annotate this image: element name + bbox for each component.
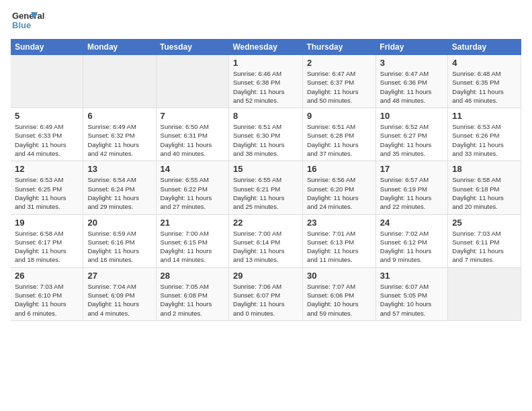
weekday-header-wednesday: Wednesday	[228, 39, 302, 55]
day-info: Sunrise: 6:47 AM Sunset: 6:36 PM Dayligh…	[380, 69, 443, 105]
day-number: 11	[452, 111, 517, 121]
day-number: 4	[452, 58, 517, 68]
calendar-cell: 25Sunrise: 7:03 AM Sunset: 6:11 PM Dayli…	[448, 214, 521, 267]
day-info: Sunrise: 6:53 AM Sunset: 6:25 PM Dayligh…	[15, 175, 79, 211]
day-info: Sunrise: 7:06 AM Sunset: 6:07 PM Dayligh…	[233, 282, 298, 318]
day-number: 25	[452, 218, 517, 228]
day-number: 8	[233, 111, 298, 121]
day-info: Sunrise: 6:56 AM Sunset: 6:20 PM Dayligh…	[307, 175, 371, 211]
day-number: 21	[161, 218, 224, 228]
svg-text:Blue: Blue	[12, 20, 31, 30]
weekday-header-monday: Monday	[83, 39, 156, 55]
calendar-cell: 31Sunrise: 6:07 AM Sunset: 5:05 PM Dayli…	[375, 267, 447, 320]
day-number: 17	[380, 164, 443, 174]
weekday-header-thursday: Thursday	[302, 39, 375, 55]
calendar-cell: 7Sunrise: 6:50 AM Sunset: 6:31 PM Daylig…	[156, 108, 228, 161]
page-container: General Blue SundayMondayTuesdayWednesda…	[0, 0, 532, 328]
weekday-header-tuesday: Tuesday	[156, 39, 228, 55]
day-number: 22	[233, 218, 298, 228]
calendar-cell	[448, 267, 521, 320]
svg-text:General: General	[12, 11, 44, 21]
calendar-cell	[83, 55, 156, 108]
day-info: Sunrise: 6:48 AM Sunset: 6:35 PM Dayligh…	[452, 69, 517, 105]
calendar-cell: 28Sunrise: 7:05 AM Sunset: 6:08 PM Dayli…	[156, 267, 228, 320]
day-number: 12	[15, 164, 79, 174]
day-info: Sunrise: 6:58 AM Sunset: 6:17 PM Dayligh…	[15, 229, 79, 265]
day-info: Sunrise: 6:07 AM Sunset: 5:05 PM Dayligh…	[380, 282, 443, 318]
day-number: 31	[380, 271, 443, 281]
day-info: Sunrise: 6:57 AM Sunset: 6:19 PM Dayligh…	[380, 175, 443, 211]
calendar-cell: 1Sunrise: 6:46 AM Sunset: 6:38 PM Daylig…	[228, 55, 302, 108]
day-info: Sunrise: 6:49 AM Sunset: 6:32 PM Dayligh…	[87, 122, 151, 158]
day-number: 24	[380, 218, 443, 228]
calendar-week-row: 5Sunrise: 6:49 AM Sunset: 6:33 PM Daylig…	[11, 108, 521, 161]
calendar-cell: 29Sunrise: 7:06 AM Sunset: 6:07 PM Dayli…	[228, 267, 302, 320]
day-number: 5	[15, 111, 79, 121]
calendar-cell: 14Sunrise: 6:55 AM Sunset: 6:22 PM Dayli…	[156, 161, 228, 214]
day-info: Sunrise: 7:03 AM Sunset: 6:11 PM Dayligh…	[452, 229, 517, 265]
calendar-week-row: 19Sunrise: 6:58 AM Sunset: 6:17 PM Dayli…	[11, 214, 521, 267]
calendar-cell: 21Sunrise: 7:00 AM Sunset: 6:15 PM Dayli…	[156, 214, 228, 267]
day-info: Sunrise: 7:00 AM Sunset: 6:15 PM Dayligh…	[161, 229, 224, 265]
day-info: Sunrise: 6:59 AM Sunset: 6:16 PM Dayligh…	[87, 229, 151, 265]
calendar-week-row: 12Sunrise: 6:53 AM Sunset: 6:25 PM Dayli…	[11, 161, 521, 214]
day-number: 16	[307, 164, 371, 174]
calendar-cell: 9Sunrise: 6:51 AM Sunset: 6:28 PM Daylig…	[302, 108, 375, 161]
day-info: Sunrise: 7:04 AM Sunset: 6:09 PM Dayligh…	[87, 282, 151, 318]
calendar-cell: 17Sunrise: 6:57 AM Sunset: 6:19 PM Dayli…	[375, 161, 447, 214]
day-info: Sunrise: 7:00 AM Sunset: 6:14 PM Dayligh…	[233, 229, 298, 265]
calendar-cell: 2Sunrise: 6:47 AM Sunset: 6:37 PM Daylig…	[302, 55, 375, 108]
day-number: 6	[87, 111, 151, 121]
day-number: 26	[15, 271, 79, 281]
calendar-cell: 12Sunrise: 6:53 AM Sunset: 6:25 PM Dayli…	[11, 161, 83, 214]
day-number: 2	[307, 58, 371, 68]
day-number: 18	[452, 164, 517, 174]
day-number: 23	[307, 218, 371, 228]
day-info: Sunrise: 6:53 AM Sunset: 6:26 PM Dayligh…	[452, 122, 517, 158]
day-info: Sunrise: 6:51 AM Sunset: 6:28 PM Dayligh…	[307, 122, 371, 158]
day-number: 14	[161, 164, 224, 174]
day-number: 15	[233, 164, 298, 174]
calendar-table: SundayMondayTuesdayWednesdayThursdayFrid…	[11, 39, 521, 321]
calendar-cell: 23Sunrise: 7:01 AM Sunset: 6:13 PM Dayli…	[302, 214, 375, 267]
calendar-cell: 20Sunrise: 6:59 AM Sunset: 6:16 PM Dayli…	[83, 214, 156, 267]
calendar-cell: 27Sunrise: 7:04 AM Sunset: 6:09 PM Dayli…	[83, 267, 156, 320]
calendar-cell: 11Sunrise: 6:53 AM Sunset: 6:26 PM Dayli…	[448, 108, 521, 161]
day-number: 19	[15, 218, 79, 228]
day-info: Sunrise: 6:55 AM Sunset: 6:22 PM Dayligh…	[161, 175, 224, 211]
day-number: 27	[87, 271, 151, 281]
logo: General Blue	[11, 7, 64, 34]
calendar-cell: 19Sunrise: 6:58 AM Sunset: 6:17 PM Dayli…	[11, 214, 83, 267]
day-info: Sunrise: 6:52 AM Sunset: 6:27 PM Dayligh…	[380, 122, 443, 158]
calendar-cell: 15Sunrise: 6:55 AM Sunset: 6:21 PM Dayli…	[228, 161, 302, 214]
calendar-cell: 22Sunrise: 7:00 AM Sunset: 6:14 PM Dayli…	[228, 214, 302, 267]
calendar-cell: 4Sunrise: 6:48 AM Sunset: 6:35 PM Daylig…	[448, 55, 521, 108]
weekday-header-saturday: Saturday	[448, 39, 521, 55]
weekday-header-row: SundayMondayTuesdayWednesdayThursdayFrid…	[11, 39, 521, 55]
weekday-header-sunday: Sunday	[11, 39, 83, 55]
day-number: 13	[87, 164, 151, 174]
day-info: Sunrise: 6:47 AM Sunset: 6:37 PM Dayligh…	[307, 69, 371, 105]
calendar-cell	[156, 55, 228, 108]
day-info: Sunrise: 7:07 AM Sunset: 6:06 PM Dayligh…	[307, 282, 371, 318]
calendar-cell: 26Sunrise: 7:03 AM Sunset: 6:10 PM Dayli…	[11, 267, 83, 320]
day-info: Sunrise: 6:58 AM Sunset: 6:18 PM Dayligh…	[452, 175, 517, 211]
day-number: 29	[233, 271, 298, 281]
day-number: 1	[233, 58, 298, 68]
day-info: Sunrise: 7:01 AM Sunset: 6:13 PM Dayligh…	[307, 229, 371, 265]
logo-icon: General Blue	[11, 7, 64, 34]
calendar-cell: 18Sunrise: 6:58 AM Sunset: 6:18 PM Dayli…	[448, 161, 521, 214]
day-info: Sunrise: 6:50 AM Sunset: 6:31 PM Dayligh…	[161, 122, 224, 158]
day-number: 3	[380, 58, 443, 68]
day-number: 7	[161, 111, 224, 121]
calendar-cell: 30Sunrise: 7:07 AM Sunset: 6:06 PM Dayli…	[302, 267, 375, 320]
day-number: 9	[307, 111, 371, 121]
day-info: Sunrise: 7:02 AM Sunset: 6:12 PM Dayligh…	[380, 229, 443, 265]
calendar-cell: 24Sunrise: 7:02 AM Sunset: 6:12 PM Dayli…	[375, 214, 447, 267]
day-info: Sunrise: 6:46 AM Sunset: 6:38 PM Dayligh…	[233, 69, 298, 105]
day-info: Sunrise: 6:51 AM Sunset: 6:30 PM Dayligh…	[233, 122, 298, 158]
page-header: General Blue	[11, 7, 521, 34]
day-info: Sunrise: 7:05 AM Sunset: 6:08 PM Dayligh…	[161, 282, 224, 318]
calendar-cell: 10Sunrise: 6:52 AM Sunset: 6:27 PM Dayli…	[375, 108, 447, 161]
calendar-cell: 5Sunrise: 6:49 AM Sunset: 6:33 PM Daylig…	[11, 108, 83, 161]
